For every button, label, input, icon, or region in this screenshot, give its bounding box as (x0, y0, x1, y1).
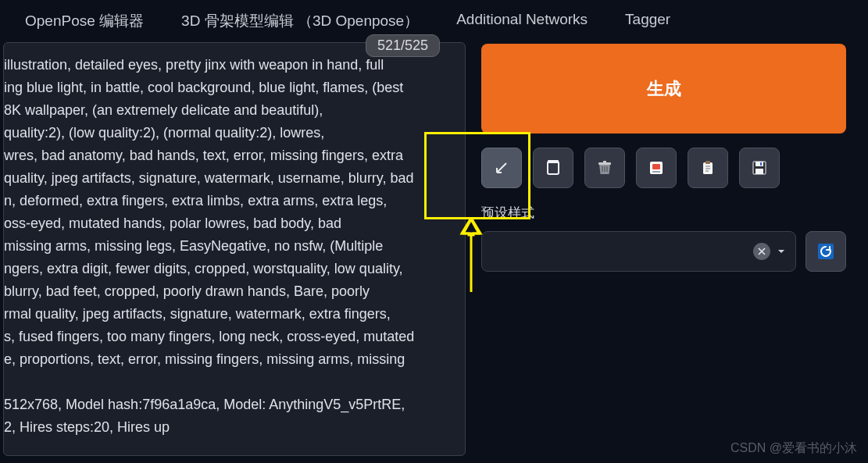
svg-rect-2 (598, 162, 611, 165)
generate-button[interactable]: 生成 (481, 44, 846, 134)
svg-rect-13 (755, 169, 763, 174)
art-button[interactable] (636, 148, 677, 188)
refresh-button[interactable] (805, 231, 846, 272)
tab-additional-networks[interactable]: Additional Networks (456, 11, 588, 31)
new-doc-icon (544, 158, 563, 177)
clear-preset-button[interactable] (753, 243, 770, 260)
clipboard-button[interactable] (688, 148, 728, 188)
clipboard-icon (699, 159, 716, 176)
new-doc-button[interactable] (533, 148, 573, 188)
arrow-expand-icon (494, 160, 509, 176)
save-icon (751, 159, 768, 176)
close-icon (758, 248, 766, 255)
svg-rect-12 (760, 162, 762, 166)
watermark: CSDN @爱看书的小沐 (730, 440, 857, 457)
refresh-icon (816, 242, 835, 261)
trash-button[interactable] (584, 148, 625, 188)
svg-rect-3 (603, 161, 606, 162)
tab-tagger[interactable]: Tagger (625, 11, 670, 31)
art-icon (648, 159, 665, 176)
preset-label: 预设样式 (481, 204, 846, 222)
trash-icon (596, 159, 613, 176)
svg-rect-6 (652, 171, 660, 173)
tab-3d-skeleton[interactable]: 3D 骨架模型编辑 （3D Openpose） (181, 11, 419, 31)
arrow-expand-button[interactable] (481, 148, 522, 188)
svg-rect-0 (548, 162, 559, 174)
tab-openpose[interactable]: OpenPose 编辑器 (25, 11, 144, 31)
preset-select[interactable] (481, 231, 796, 272)
svg-rect-1 (548, 160, 559, 163)
svg-rect-5 (652, 164, 660, 169)
chevron-down-icon (777, 247, 786, 256)
token-counter: 521/525 (366, 34, 440, 57)
prompt-textarea[interactable]: illustration, detailed eyes, pretty jinx… (3, 42, 466, 456)
svg-rect-11 (755, 162, 763, 166)
toolbar (481, 148, 846, 188)
save-button[interactable] (739, 148, 780, 188)
svg-rect-8 (705, 161, 710, 164)
